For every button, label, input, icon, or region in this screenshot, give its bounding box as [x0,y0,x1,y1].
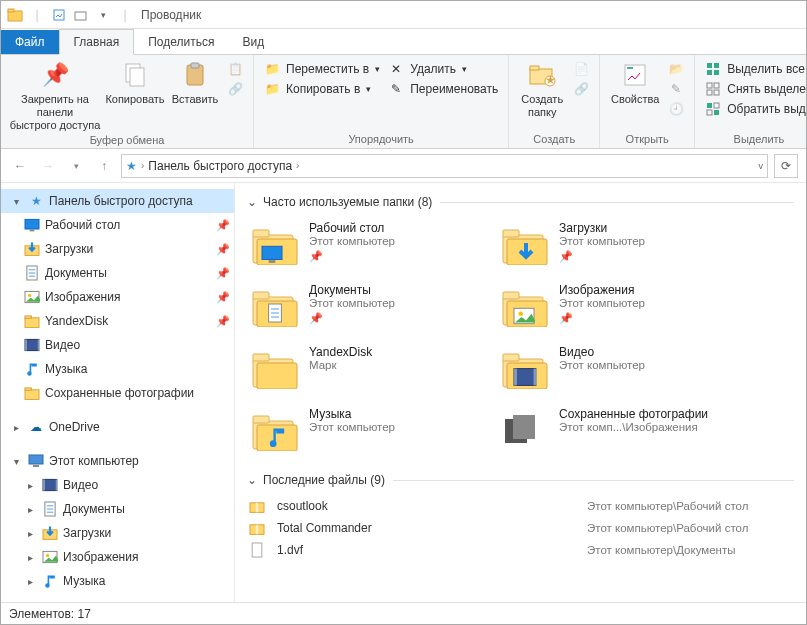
up-button[interactable]: ↑ [93,155,115,177]
breadcrumb-root[interactable]: Панель быстрого доступа [148,159,292,173]
zip-icon [247,520,267,536]
svg-rect-27 [30,229,35,231]
window-title: Проводник [141,8,201,22]
file-row[interactable]: Total Commander Этот компьютер\Рабочий с… [247,517,794,539]
content-pane: ⌄ Часто используемые папки (8) Рабочий с… [235,183,806,602]
chevron-right-icon[interactable]: ▸ [23,528,37,539]
refresh-button[interactable]: ⟳ [774,154,798,178]
svg-rect-3 [75,12,86,20]
svg-rect-5 [130,68,144,86]
svg-point-54 [46,554,49,557]
chevron-right-icon[interactable]: ▸ [23,576,37,587]
nav-item-downloads[interactable]: Загрузки 📌 [1,237,234,261]
rename-button[interactable]: ✎Переименовать [388,81,498,97]
new-small: 📄 🔗 [569,57,593,97]
chevron-right-icon[interactable]: ▸ [23,552,37,563]
address-bar: ← → ▾ ↑ ★ › Панель быстрого доступа › v … [1,149,806,183]
folder-tile[interactable]: Рабочий стол Этот компьютер 📌 [247,217,477,273]
svg-rect-42 [25,388,31,390]
pin-icon: 📌 [309,250,395,263]
pin-icon: 📌 [216,243,234,256]
chevron-right-icon[interactable]: ▸ [23,480,37,491]
delete-button[interactable]: ✕Удалить▾ [388,61,498,77]
pc-icon [27,453,45,469]
svg-rect-47 [56,479,58,490]
pin-icon: 📌 [216,219,234,232]
nav-onedrive[interactable]: ▸ ☁ OneDrive [1,415,234,439]
move-to-button[interactable]: 📁Переместить в▾ [264,61,380,77]
folder-tile[interactable]: Загрузки Этот компьютер 📌 [497,217,727,273]
chevron-down-icon: ⌄ [247,473,263,487]
chevron-down-icon[interactable]: ▾ [9,456,23,467]
desktop-icon [251,221,299,269]
chevron-down-icon[interactable]: ▾ [9,196,23,207]
nav-pc-documents[interactable]: ▸ Документы [1,497,234,521]
qat-newfolder-icon[interactable] [71,5,91,25]
select-all-button[interactable]: Выделить все [705,61,807,77]
back-button[interactable]: ← [9,155,31,177]
svg-rect-13 [627,67,633,69]
folders-group-header[interactable]: ⌄ Часто используемые папки (8) [247,195,794,209]
nav-pc-video[interactable]: ▸ Видео [1,473,234,497]
copy-icon [119,59,151,91]
nav-item-desktop[interactable]: Рабочий стол 📌 [1,213,234,237]
nav-item-pictures[interactable]: Изображения 📌 [1,285,234,309]
nav-item-video[interactable]: Видео [1,333,234,357]
folder-tile[interactable]: Документы Этот компьютер 📌 [247,279,477,335]
nav-this-pc[interactable]: ▾ Этот компьютер [1,449,234,473]
nav-item-folder[interactable]: Сохраненные фотографии [1,381,234,405]
svg-rect-80 [503,354,519,361]
nav-pc-pictures[interactable]: ▸ Изображения [1,545,234,569]
copy-button[interactable]: Копировать [103,57,167,106]
forward-button[interactable]: → [37,155,59,177]
svg-rect-92 [256,503,259,513]
properties-icon [619,59,651,91]
chevron-right-icon[interactable]: ▸ [9,422,23,433]
svg-rect-37 [25,339,39,350]
nav-item-folder[interactable]: YandexDisk 📌 [1,309,234,333]
nav-pc-music[interactable]: ▸ Музыка [1,569,234,593]
copy-path-button[interactable]: 📋 [227,61,243,77]
folder-tile[interactable]: Изображения Этот компьютер 📌 [497,279,727,335]
pin-button[interactable]: 📌 Закрепить на панели быстрого доступа [7,57,103,132]
copy-to-button[interactable]: 📁Копировать в▾ [264,81,380,97]
folder-tile[interactable]: Видео Этот компьютер [497,341,727,397]
path-dropdown-icon[interactable]: v [759,161,764,171]
recent-button[interactable]: ▾ [65,155,87,177]
file-row[interactable]: 1.dvf Этот компьютер\Документы [247,539,794,561]
svg-rect-14 [707,63,712,68]
svg-rect-2 [54,10,64,20]
tab-view[interactable]: Вид [228,30,278,54]
music-icon [41,573,59,589]
folder-tile[interactable]: Музыка Этот компьютер [247,403,477,459]
files-group-header[interactable]: ⌄ Последние файлы (9) [247,473,794,487]
nav-quick-access[interactable]: ▾ ★ Панель быстрого доступа [1,189,234,213]
folder-tile[interactable]: Сохраненные фотографии Этот комп...\Изоб… [497,403,727,459]
file-row[interactable]: csoutlook Этот компьютер\Рабочий стол [247,495,794,517]
svg-rect-94 [256,525,259,535]
svg-rect-60 [269,260,276,263]
invert-selection-button[interactable]: Обратить выд [705,101,807,117]
qat-properties-icon[interactable] [49,5,69,25]
qat-dropdown-icon[interactable]: ▾ [93,5,113,25]
tab-home[interactable]: Главная [59,29,135,55]
file-icon [247,542,267,558]
tab-file[interactable]: Файл [1,30,59,54]
svg-text:★: ★ [545,73,556,87]
breadcrumb[interactable]: ★ › Панель быстрого доступа › v [121,154,768,178]
nav-item-documents[interactable]: Документы 📌 [1,261,234,285]
select-none-button[interactable]: Снять выделен [705,81,807,97]
chevron-right-icon[interactable]: ▸ [23,504,37,515]
nav-item-music[interactable]: Музыка [1,357,234,381]
folder-tile[interactable]: YandexDisk Марк [247,341,477,397]
properties-button[interactable]: Свойства [606,57,664,106]
svg-rect-7 [191,63,199,68]
pin-icon: 📌 [216,291,234,304]
svg-rect-95 [252,543,262,557]
tab-share[interactable]: Поделиться [134,30,228,54]
group-open: Свойства 📂 ✎ 🕘 Открыть [600,55,695,148]
nav-pc-downloads[interactable]: ▸ Загрузки [1,521,234,545]
new-folder-button[interactable]: ★ Создать папку [515,57,569,119]
paste-shortcut-button[interactable]: 🔗 [227,81,243,97]
paste-button[interactable]: Вставить [167,57,223,106]
